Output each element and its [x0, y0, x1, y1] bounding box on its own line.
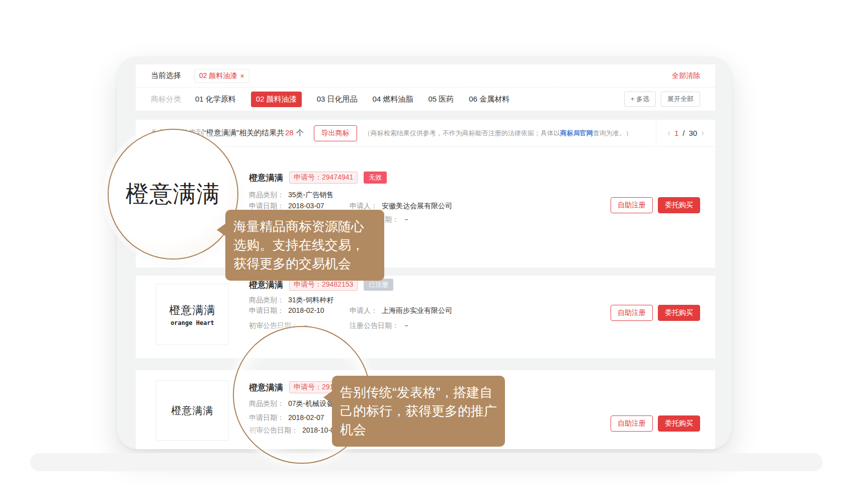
- next-page-icon[interactable]: ›: [701, 128, 704, 138]
- page-separator: /: [683, 129, 685, 137]
- category-item-05[interactable]: 05 医药: [428, 95, 454, 104]
- registration-publication-field: 注册公告日期： －: [350, 321, 410, 331]
- pagination: ‹ 1 / 30 ›: [656, 120, 715, 146]
- registration-publication-value: －: [403, 215, 410, 225]
- disclaimer-text: （商标检索结果仅供参考，不作为商标能否注册的法律依据；具体以商标局官网查询为准。…: [364, 129, 632, 138]
- selected-filter-tag[interactable]: 02 颜料油漆 ×: [194, 69, 249, 83]
- apply-date-field: 申请日期： 2018-02-10: [249, 306, 324, 316]
- application-number-value: 29482153: [322, 280, 353, 288]
- row-actions: 自助注册 委托购买: [611, 197, 700, 213]
- callout-marketplace: 海量精品商标资源随心选购。支持在线交易，获得更多的交易机会: [225, 210, 384, 281]
- trademark-thumbnail[interactable]: 橙意满满: [156, 380, 229, 441]
- applicant-value: 上海雨步实业有限公司: [382, 306, 452, 316]
- registration-publication-label: 注册公告日期：: [350, 321, 399, 331]
- page: 当前选择 02 颜料油漆 × 全部清除 商标分类 01 化学原料 02 颜料油漆…: [0, 0, 853, 504]
- category-label: 商标分类: [151, 95, 181, 104]
- callout-arrow-icon: [217, 223, 226, 236]
- laptop-base-bar: [30, 453, 823, 471]
- magnified-trademark-text: 橙意满满: [126, 179, 220, 210]
- callout-promotion: 告别传统“发表格”，搭建自己的标行，获得更多的推广机会: [332, 376, 505, 447]
- category-item-02-selected[interactable]: 02 颜料油漆: [251, 92, 302, 107]
- registration-publication-value: －: [403, 321, 410, 331]
- category-field-value: 31类-饲料种籽: [288, 296, 333, 306]
- category-item-04[interactable]: 04 燃料油脂: [373, 95, 413, 104]
- applicant-label: 申请人：: [350, 306, 378, 316]
- expand-all-button[interactable]: 展开全部: [661, 92, 700, 107]
- results-summary-suffix: 个: [296, 128, 304, 137]
- magnifier-circle-1: 橙意满满: [108, 129, 238, 260]
- application-number-label: 申请号：: [294, 173, 322, 181]
- applicant-value: 安徽美达会展有限公司: [382, 202, 452, 212]
- current-page: 1: [674, 129, 678, 137]
- applicant-field: 申请人： 上海雨步实业有限公司: [350, 306, 452, 316]
- category-field-label: 商品类别：: [249, 296, 284, 306]
- current-selection-row: 当前选择 02 颜料油漆 × 全部清除: [136, 64, 715, 88]
- trademark-thumbnail[interactable]: 橙意满满 orange Heart: [156, 284, 229, 345]
- category-item-01[interactable]: 01 化学原料: [195, 95, 236, 104]
- selected-filter-tag-text: 02 颜料油漆: [199, 71, 237, 80]
- category-item-03[interactable]: 03 日化用品: [317, 95, 358, 104]
- category-field: 商品类别： 35类-广告销售: [249, 191, 333, 201]
- results-count: 28: [285, 128, 294, 137]
- row-actions: 自助注册 委托购买: [611, 415, 700, 432]
- category-field-label: 商品类别：: [249, 191, 284, 201]
- callout-text: 海量精品商标资源随心选购。支持在线交易，获得更多的交易机会: [233, 217, 376, 273]
- multi-select-button[interactable]: + 多选: [624, 92, 656, 107]
- trademark-office-link[interactable]: 商标局官网: [560, 129, 593, 137]
- application-number-label: 申请号：: [294, 280, 322, 288]
- results-header: 为您智能检索到“橙意满满”相关的结果共28个 导出商标 （商标检索结果仅供参考，…: [136, 120, 715, 147]
- close-icon[interactable]: ×: [240, 72, 244, 80]
- entrust-purchase-button[interactable]: 委托购买: [658, 305, 700, 321]
- category-list: 01 化学原料 02 颜料油漆 03 日化用品 04 燃料油脂 05 医药 06…: [195, 92, 509, 107]
- current-selection-label: 当前选择: [151, 71, 181, 80]
- apply-date-value: 2018-02-10: [288, 306, 324, 316]
- prev-page-icon[interactable]: ‹: [667, 128, 670, 138]
- application-number-value: 29474941: [322, 173, 353, 181]
- thumbnail-text: 橙意满满: [169, 303, 216, 318]
- category-actions: + 多选 展开全部: [624, 92, 700, 107]
- application-number-tag: 申请号：29474941: [289, 172, 358, 184]
- callout-text: 告别传统“发表格”，搭建自己的标行，获得更多的推广机会: [340, 383, 497, 439]
- result-row-2: 橙意满满 orange Heart 橙意满满 申请号：29482153 已注册 …: [136, 276, 715, 358]
- thumbnail-subtext: orange Heart: [170, 319, 214, 326]
- trademark-name[interactable]: 橙意满满: [249, 172, 283, 184]
- category-field: 商品类别： 31类-饲料种籽: [249, 296, 333, 306]
- self-register-button[interactable]: 自助注册: [611, 415, 653, 432]
- entrust-purchase-button[interactable]: 委托购买: [658, 197, 700, 213]
- category-field-value: 35类-广告销售: [288, 191, 333, 201]
- disclaimer-post: 查询为准。）: [593, 129, 632, 137]
- apply-date-label: 申请日期：: [249, 306, 284, 316]
- disclaimer-pre: （商标检索结果仅供参考，不作为商标能否注册的法律依据；具体以: [364, 129, 560, 137]
- row-actions: 自助注册 委托购买: [611, 305, 700, 321]
- export-trademarks-button[interactable]: 导出商标: [314, 125, 357, 141]
- filter-card: 当前选择 02 颜料油漆 × 全部清除 商标分类 01 化学原料 02 颜料油漆…: [136, 64, 715, 111]
- self-register-button[interactable]: 自助注册: [611, 197, 653, 213]
- trademark-title-line: 橙意满满 申请号：29474941 无效: [249, 172, 387, 184]
- category-row: 商标分类 01 化学原料 02 颜料油漆 03 日化用品 04 燃料油脂 05 …: [136, 88, 715, 111]
- total-pages: 30: [689, 129, 697, 137]
- category-item-06[interactable]: 06 金属材料: [469, 95, 509, 104]
- self-register-button[interactable]: 自助注册: [611, 305, 653, 321]
- entrust-purchase-button[interactable]: 委托购买: [658, 415, 700, 432]
- callout-arrow-icon: [323, 391, 332, 404]
- clear-all-link[interactable]: 全部清除: [672, 71, 700, 80]
- thumbnail-text: 橙意满满: [172, 404, 214, 417]
- status-badge: 无效: [364, 172, 387, 184]
